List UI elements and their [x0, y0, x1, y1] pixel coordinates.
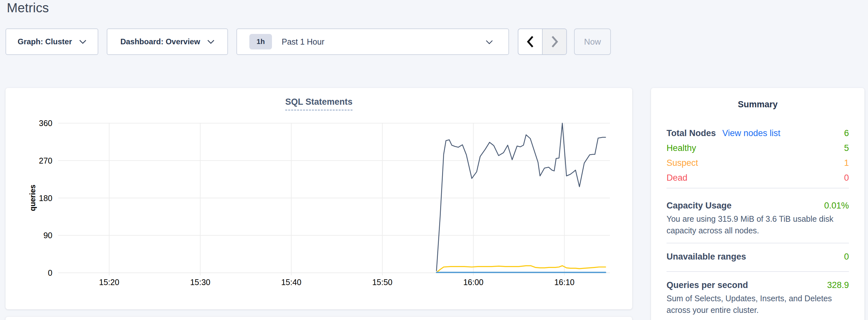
svg-text:360: 360 — [39, 119, 52, 128]
capacity-usage-description: You are using 315.9 MiB of 3.6 TiB usabl… — [666, 213, 849, 236]
total-nodes-value: 6 — [844, 128, 849, 138]
graph-dropdown[interactable]: Graph: Cluster — [5, 28, 98, 55]
page-title: Metrics — [7, 1, 49, 15]
summary-panel: Summary Total NodesView nodes list 6 Hea… — [651, 88, 864, 320]
suspect-label: Suspect — [666, 158, 698, 168]
next-chart-card-edge — [5, 317, 632, 320]
dead-label: Dead — [666, 173, 687, 183]
unavailable-ranges-label: Unavailable ranges — [666, 252, 746, 262]
queries-per-second-description: Sum of Selects, Updates, Inserts, and De… — [666, 292, 849, 316]
time-backward-button[interactable] — [518, 29, 542, 54]
capacity-usage-value: 0.01% — [824, 201, 849, 211]
unavailable-ranges-value: 0 — [844, 252, 849, 262]
svg-text:180: 180 — [39, 194, 52, 203]
total-nodes-row: Total NodesView nodes list 6 — [666, 128, 849, 139]
queries-per-second-row: Queries per second 328.9 — [666, 280, 849, 291]
svg-text:15:40: 15:40 — [281, 278, 301, 287]
svg-text:90: 90 — [43, 231, 52, 240]
svg-text:0: 0 — [48, 268, 52, 277]
dashboard-dropdown-label: Dashboard: Overview — [120, 37, 200, 46]
sql-statements-chart-card: SQL Statements queries 15:2015:3015:4015… — [5, 88, 632, 309]
svg-text:15:30: 15:30 — [190, 278, 211, 287]
summary-title: Summary — [666, 88, 849, 109]
divider — [666, 243, 849, 244]
capacity-usage-row: Capacity Usage 0.01% — [666, 201, 849, 211]
svg-text:16:00: 16:00 — [463, 278, 484, 287]
suspect-value: 1 — [844, 158, 849, 168]
dead-value: 0 — [844, 173, 849, 183]
healthy-label: Healthy — [666, 143, 696, 153]
time-range-dropdown[interactable]: 1h Past 1 Hour — [237, 28, 509, 55]
svg-text:15:20: 15:20 — [99, 278, 119, 287]
svg-text:15:50: 15:50 — [372, 278, 393, 287]
chevron-down-icon — [486, 40, 493, 44]
dashboard-dropdown[interactable]: Dashboard: Overview — [107, 28, 228, 55]
now-button[interactable]: Now — [574, 28, 611, 55]
divider — [666, 188, 849, 188]
healthy-value: 5 — [844, 143, 849, 153]
healthy-nodes-row: Healthy 5 — [666, 143, 849, 154]
divider — [666, 271, 849, 272]
time-range-badge: 1h — [249, 34, 272, 50]
time-range-label: Past 1 Hour — [282, 37, 324, 46]
capacity-usage-label: Capacity Usage — [666, 201, 732, 211]
metrics-page: Metrics Graph: Cluster Dashboard: Overvi… — [0, 0, 868, 320]
suspect-nodes-row: Suspect 1 — [666, 158, 849, 168]
queries-per-second-label: Queries per second — [666, 280, 748, 290]
chevron-left-icon — [526, 36, 534, 48]
view-nodes-list-link[interactable]: View nodes list — [722, 128, 781, 138]
dead-nodes-row: Dead 0 — [666, 173, 849, 183]
svg-text:270: 270 — [39, 156, 52, 165]
sql-statements-chart: 15:2015:3015:4015:5016:0016:100901802703… — [5, 88, 632, 309]
chevron-down-icon — [207, 40, 214, 44]
svg-text:16:10: 16:10 — [554, 278, 575, 287]
time-shift-button-group — [518, 28, 567, 55]
chevron-right-icon — [551, 36, 559, 48]
unavailable-ranges-row: Unavailable ranges 0 — [666, 252, 849, 262]
queries-per-second-value: 328.9 — [827, 280, 849, 290]
graph-dropdown-label: Graph: Cluster — [18, 37, 72, 46]
chevron-down-icon — [79, 40, 86, 44]
total-nodes-label: Total Nodes — [666, 128, 716, 138]
time-forward-button[interactable] — [542, 29, 566, 54]
